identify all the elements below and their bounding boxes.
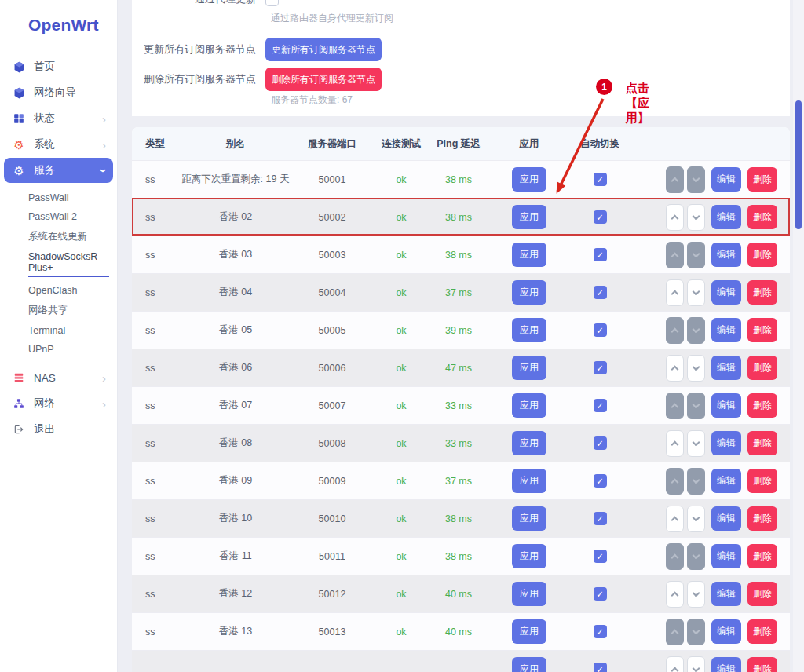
sidebar-subitem-shadowsocksr-plus[interactable]: ShadowSocksR Plus+: [0, 247, 117, 281]
sidebar-subitem-upnp[interactable]: UPnP: [0, 340, 117, 359]
move-down-button[interactable]: [687, 656, 705, 672]
move-up-button[interactable]: [666, 430, 684, 457]
edit-button[interactable]: 编辑: [711, 243, 741, 267]
move-up-button[interactable]: [666, 355, 684, 382]
sidebar-item-status[interactable]: 状态 ›: [4, 106, 113, 131]
move-up-button[interactable]: [666, 393, 684, 419]
proxy-update-checkbox[interactable]: [265, 0, 279, 6]
edit-button[interactable]: 编辑: [711, 318, 741, 342]
move-up-button[interactable]: [666, 204, 684, 231]
sidebar-item-system[interactable]: ⚙ 系统 ›: [4, 132, 113, 157]
move-down-button[interactable]: [687, 468, 705, 495]
edit-button[interactable]: 编辑: [711, 469, 741, 493]
delete-button[interactable]: 删除: [747, 544, 777, 568]
move-down-button[interactable]: [687, 619, 705, 645]
delete-button[interactable]: 删除: [747, 318, 777, 342]
delete-all-nodes-button[interactable]: 删除所有订阅服务器节点: [265, 68, 382, 91]
auto-switch-checkbox[interactable]: ✓: [594, 587, 607, 601]
apply-button[interactable]: 应用: [512, 431, 546, 455]
move-up-button[interactable]: [666, 656, 684, 672]
scrollbar-thumb[interactable]: [795, 100, 802, 229]
delete-button[interactable]: 删除: [747, 657, 777, 672]
sidebar-item-home[interactable]: 首页: [4, 54, 113, 79]
move-up-button[interactable]: [666, 468, 684, 495]
apply-button[interactable]: 应用: [512, 356, 546, 380]
auto-switch-checkbox[interactable]: ✓: [594, 323, 607, 337]
move-down-button[interactable]: [687, 355, 705, 382]
sidebar-item-nas[interactable]: NAS ›: [4, 365, 113, 390]
edit-button[interactable]: 编辑: [711, 393, 741, 418]
move-up-button[interactable]: [666, 242, 684, 268]
sidebar-subitem-passwall[interactable]: PassWall: [0, 188, 117, 207]
edit-button[interactable]: 编辑: [711, 356, 741, 380]
sidebar-item-network[interactable]: 网络 ›: [4, 391, 113, 416]
move-up-button[interactable]: [666, 166, 684, 193]
edit-button[interactable]: 编辑: [711, 582, 741, 606]
move-up-button[interactable]: [666, 279, 684, 306]
move-up-button[interactable]: [666, 317, 684, 344]
delete-button[interactable]: 删除: [747, 167, 777, 192]
sidebar-subitem-passwall2[interactable]: PassWall 2: [0, 207, 117, 226]
sidebar-subitem-terminal[interactable]: Terminal: [0, 321, 117, 340]
move-down-button[interactable]: [687, 204, 705, 231]
delete-button[interactable]: 删除: [747, 431, 777, 455]
sidebar-item-services[interactable]: ⚙ 服务 ›: [4, 158, 113, 183]
delete-button[interactable]: 删除: [747, 243, 777, 267]
move-down-button[interactable]: [687, 242, 705, 268]
delete-button[interactable]: 删除: [747, 356, 777, 380]
auto-switch-checkbox[interactable]: ✓: [594, 361, 607, 374]
apply-button[interactable]: 应用: [512, 318, 546, 342]
delete-button[interactable]: 删除: [747, 619, 777, 644]
apply-button[interactable]: 应用: [512, 544, 546, 568]
scrollbar-track[interactable]: [793, 0, 804, 672]
apply-button[interactable]: 应用: [512, 243, 546, 267]
apply-button[interactable]: 应用: [512, 657, 546, 672]
delete-button[interactable]: 删除: [747, 582, 777, 606]
sidebar-subitem-openclash[interactable]: OpenClash: [0, 281, 117, 300]
auto-switch-checkbox[interactable]: ✓: [594, 210, 607, 224]
auto-switch-checkbox[interactable]: ✓: [594, 248, 607, 261]
auto-switch-checkbox[interactable]: ✓: [594, 173, 607, 186]
apply-button[interactable]: 应用: [512, 393, 546, 418]
edit-button[interactable]: 编辑: [711, 544, 741, 568]
sidebar-subitem-online-update[interactable]: 系统在线更新: [0, 226, 117, 247]
edit-button[interactable]: 编辑: [711, 619, 741, 644]
auto-switch-checkbox[interactable]: ✓: [594, 625, 607, 638]
move-down-button[interactable]: [687, 581, 705, 608]
auto-switch-checkbox[interactable]: ✓: [594, 550, 607, 563]
apply-button[interactable]: 应用: [512, 469, 546, 493]
sidebar-subitem-network-share[interactable]: 网络共享: [0, 300, 117, 321]
move-down-button[interactable]: [687, 506, 705, 532]
update-all-nodes-button[interactable]: 更新所有订阅服务器节点: [265, 38, 382, 61]
apply-button[interactable]: 应用: [512, 582, 546, 606]
sidebar-item-network-wizard[interactable]: 网络向导: [4, 80, 113, 105]
edit-button[interactable]: 编辑: [711, 431, 741, 455]
move-down-button[interactable]: [687, 543, 705, 570]
auto-switch-checkbox[interactable]: ✓: [594, 474, 607, 488]
move-up-button[interactable]: [666, 543, 684, 570]
auto-switch-checkbox[interactable]: ✓: [594, 512, 607, 525]
apply-button[interactable]: 应用: [512, 619, 546, 644]
auto-switch-checkbox[interactable]: ✓: [594, 436, 607, 450]
move-up-button[interactable]: [666, 619, 684, 645]
delete-button[interactable]: 删除: [747, 469, 777, 493]
delete-button[interactable]: 删除: [747, 506, 777, 531]
move-down-button[interactable]: [687, 430, 705, 457]
edit-button[interactable]: 编辑: [711, 205, 741, 229]
edit-button[interactable]: 编辑: [711, 280, 741, 305]
move-down-button[interactable]: [687, 166, 705, 193]
auto-switch-checkbox[interactable]: ✓: [594, 663, 607, 672]
move-up-button[interactable]: [666, 581, 684, 608]
sidebar-item-logout[interactable]: 退出: [4, 417, 113, 442]
apply-button[interactable]: 应用: [512, 280, 546, 305]
delete-button[interactable]: 删除: [747, 280, 777, 305]
move-down-button[interactable]: [687, 393, 705, 419]
apply-button[interactable]: 应用: [512, 167, 546, 192]
move-up-button[interactable]: [666, 506, 684, 532]
apply-button[interactable]: 应用: [512, 506, 546, 531]
move-down-button[interactable]: [687, 317, 705, 344]
auto-switch-checkbox[interactable]: ✓: [594, 399, 607, 412]
auto-switch-checkbox[interactable]: ✓: [594, 286, 607, 299]
edit-button[interactable]: 编辑: [711, 506, 741, 531]
delete-button[interactable]: 删除: [747, 393, 777, 418]
